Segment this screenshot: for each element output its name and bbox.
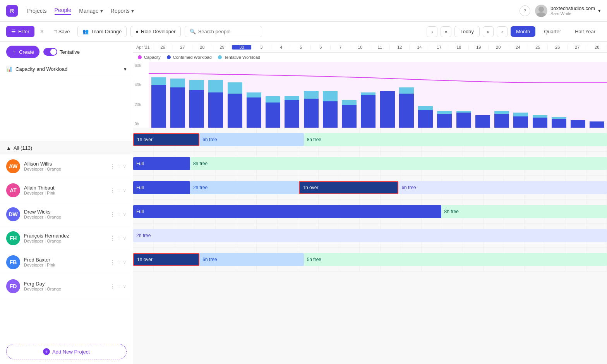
more-icon[interactable]: ⋮ bbox=[110, 235, 115, 241]
gantt-bar[interactable]: 5h free bbox=[304, 253, 607, 266]
quarter-view-button[interactable]: Quarter bbox=[538, 26, 566, 37]
nav-manage[interactable]: Manage ▾ bbox=[79, 8, 103, 14]
star-icon[interactable]: ☆ bbox=[117, 163, 121, 169]
bar-group bbox=[378, 62, 396, 128]
prev-arrow[interactable]: ‹ bbox=[427, 26, 437, 37]
bar-group bbox=[493, 62, 511, 128]
more-icon[interactable]: ⋮ bbox=[110, 187, 115, 193]
bar-confirmed bbox=[304, 99, 319, 128]
gantt-bar[interactable]: 6h free bbox=[199, 253, 304, 266]
bar-group bbox=[264, 62, 282, 128]
more-icon[interactable]: ⋮ bbox=[110, 211, 115, 217]
person-actions: ⋮ ☆ ∨ bbox=[110, 211, 127, 217]
bar-confirmed bbox=[399, 94, 414, 128]
save-button[interactable]: □ Save bbox=[50, 26, 74, 37]
gantt-bar[interactable]: 1h over bbox=[133, 253, 199, 266]
gantt-bar[interactable]: 6h free bbox=[199, 133, 304, 146]
gantt-bar[interactable]: Full bbox=[133, 157, 190, 170]
bar-group bbox=[417, 62, 435, 128]
bar-tentative bbox=[228, 82, 242, 94]
star-icon[interactable]: ☆ bbox=[117, 187, 121, 193]
left-top: ＋ Create Tentative bbox=[0, 42, 133, 62]
half-year-view-button[interactable]: Half Year bbox=[569, 26, 601, 37]
more-icon[interactable]: ⋮ bbox=[110, 259, 115, 265]
role-icon: ● bbox=[135, 29, 139, 34]
today-button[interactable]: Today bbox=[454, 26, 480, 37]
bar-confirmed bbox=[266, 103, 280, 128]
star-icon[interactable]: ☆ bbox=[117, 283, 121, 289]
next-far-arrow[interactable]: » bbox=[483, 26, 494, 37]
expand-icon[interactable]: ∨ bbox=[123, 283, 127, 289]
gantt-bar[interactable]: 8h free bbox=[304, 133, 607, 146]
gantt-bar[interactable]: Full bbox=[133, 181, 190, 194]
legend-confirmed: Confirmed Workload bbox=[167, 55, 212, 60]
gantt-bar[interactable]: 8h free bbox=[441, 205, 607, 218]
date-cell: 6 bbox=[311, 45, 331, 50]
person-role: Developer | Pink bbox=[24, 263, 110, 267]
capacity-header[interactable]: 📊 Capacity and Workload ▾ bbox=[0, 62, 133, 76]
help-button[interactable]: ? bbox=[520, 5, 530, 16]
search-input[interactable] bbox=[198, 29, 257, 34]
bar-group bbox=[588, 62, 606, 128]
gantt-bar-container: Full8h free bbox=[133, 200, 607, 223]
person-avatar: AT bbox=[6, 183, 20, 197]
gantt-bar[interactable]: 2h free bbox=[190, 181, 299, 194]
prev-far-arrow[interactable]: « bbox=[441, 26, 451, 37]
expand-icon[interactable]: ∨ bbox=[123, 187, 127, 193]
chevron-up-icon: ▲ bbox=[6, 145, 11, 151]
month-view-button[interactable]: Month bbox=[511, 26, 535, 37]
filter-button[interactable]: ☰ Filter bbox=[6, 26, 34, 37]
expand-icon[interactable]: ∨ bbox=[123, 235, 127, 241]
expand-icon[interactable]: ∨ bbox=[123, 259, 127, 265]
role-filter[interactable]: ● Role Developer bbox=[130, 26, 180, 37]
gantt-bar[interactable]: 1h over bbox=[299, 181, 398, 194]
gantt-row: Full2h free1h over6h free bbox=[133, 176, 607, 200]
expand-icon[interactable]: ∨ bbox=[123, 211, 127, 217]
bar-confirmed bbox=[228, 94, 242, 128]
nav-people[interactable]: People bbox=[55, 7, 72, 15]
gantt-bar[interactable]: 8h free bbox=[190, 157, 607, 170]
person-avatar: FD bbox=[6, 279, 20, 293]
expand-icon[interactable]: ∨ bbox=[123, 163, 127, 169]
gantt-bar-container: 1h over6h free5h free bbox=[133, 248, 607, 271]
star-icon[interactable]: ☆ bbox=[117, 259, 121, 265]
person-role: Developer | Orange bbox=[24, 167, 110, 171]
filter-bar: ☰ Filter ✕ □ Save 👥 Team Orange ● Role D… bbox=[0, 22, 607, 42]
person-row: FB Fred Baxter Developer | Pink ⋮ ☆ ∨ bbox=[0, 250, 133, 274]
app-logo[interactable]: R bbox=[6, 5, 18, 17]
nav-reports[interactable]: Reports ▾ bbox=[111, 8, 134, 14]
add-project-button[interactable]: ＋ Add New Project bbox=[6, 344, 127, 359]
date-cell: 10 bbox=[350, 45, 370, 50]
bar-confirmed bbox=[208, 92, 223, 128]
next-arrow[interactable]: › bbox=[497, 26, 508, 37]
bar-tentative bbox=[304, 91, 319, 99]
more-icon[interactable]: ⋮ bbox=[110, 163, 115, 169]
gantt-bar[interactable]: 1h over bbox=[133, 133, 199, 146]
user-domain: boxtechstudios.com bbox=[550, 5, 595, 11]
person-info: Allison Willis Developer | Orange bbox=[24, 161, 110, 171]
y-label-20: 20h bbox=[135, 103, 147, 107]
nav-projects[interactable]: Projects bbox=[27, 8, 47, 14]
person-role: Developer | Orange bbox=[24, 287, 110, 291]
date-cell: 7 bbox=[331, 45, 350, 50]
star-icon[interactable]: ☆ bbox=[117, 235, 121, 241]
gantt-bar[interactable]: 6h free bbox=[398, 181, 607, 194]
bar-group bbox=[340, 62, 358, 128]
y-label-40: 40h bbox=[135, 83, 147, 87]
gantt-bar[interactable]: 2h free bbox=[133, 229, 607, 242]
close-filter-button[interactable]: ✕ bbox=[38, 28, 46, 36]
bar-confirmed bbox=[380, 91, 395, 128]
team-filter[interactable]: 👥 Team Orange bbox=[77, 26, 127, 37]
person-row: DW Drew Wicks Developer | Orange ⋮ ☆ ∨ bbox=[0, 202, 133, 226]
person-role: Developer | Orange bbox=[24, 239, 110, 243]
gantt-section: 1h over6h free8h freeFull8h freeFull2h f… bbox=[133, 128, 607, 364]
create-button[interactable]: ＋ Create bbox=[6, 46, 39, 58]
chevron-down-icon: ▾ bbox=[124, 66, 127, 72]
date-cell: 11 bbox=[370, 45, 390, 50]
star-icon[interactable]: ☆ bbox=[117, 211, 121, 217]
tentative-toggle[interactable]: Tentative bbox=[43, 48, 80, 56]
user-menu[interactable]: boxtechstudios.com Sam White ▾ bbox=[535, 5, 601, 17]
more-icon[interactable]: ⋮ bbox=[110, 283, 115, 289]
search-box[interactable]: 🔍 bbox=[185, 26, 262, 37]
gantt-bar[interactable]: Full bbox=[133, 205, 441, 218]
